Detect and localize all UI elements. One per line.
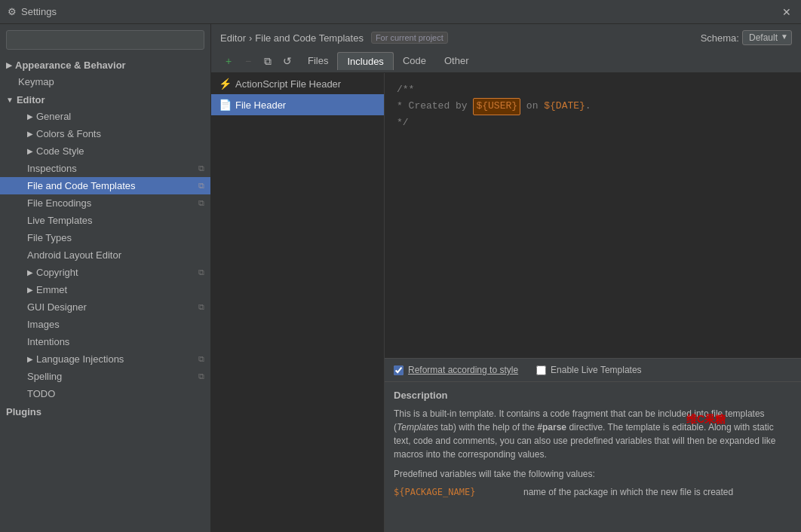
- reformat-label: Reformat according to style: [408, 365, 518, 375]
- search-box[interactable]: [6, 30, 204, 50]
- code-comment: .: [585, 100, 591, 112]
- copy-icon: ⧉: [198, 354, 204, 364]
- sidebar-item-file-types[interactable]: File Types: [0, 229, 210, 246]
- sidebar-item-label: Live Templates: [27, 215, 92, 226]
- sidebar-item-gui-designer[interactable]: GUI Designer ⧉: [0, 298, 210, 316]
- tabs: Files Includes Code Other: [299, 52, 477, 70]
- sidebar-item-label: Keymap: [18, 76, 54, 87]
- sidebar-item-label: Appearance & Behavior: [15, 60, 126, 71]
- copy-button[interactable]: ⧉: [259, 53, 276, 69]
- sidebar-item-general[interactable]: ▶ General: [0, 108, 210, 125]
- sidebar-item-keymap[interactable]: Keymap: [0, 73, 210, 90]
- tab-other[interactable]: Other: [435, 52, 478, 70]
- sidebar-item-label: GUI Designer: [27, 301, 87, 313]
- schema-label: Schema:: [701, 32, 739, 44]
- reformat-checkbox-label[interactable]: Reformat according to style: [394, 365, 518, 375]
- sidebar-item-label: Plugins: [6, 406, 41, 417]
- sidebar-item-intentions[interactable]: Intentions: [0, 333, 210, 350]
- schema-value: Default: [749, 32, 778, 43]
- sidebar-item-plugins[interactable]: Plugins: [0, 402, 210, 420]
- code-line-3: */: [397, 115, 789, 131]
- chevron-right-icon: ▶: [27, 130, 33, 138]
- tab-includes[interactable]: Includes: [337, 52, 393, 70]
- chevron-right-icon: ▶: [27, 355, 33, 363]
- window-title: Settings: [21, 6, 780, 17]
- copy-icon: ⧉: [198, 164, 204, 173]
- sidebar-item-label: File and Code Templates: [27, 180, 136, 191]
- var-name: ${PACKAGE_NAME}: [394, 487, 514, 497]
- sidebar-item-emmet[interactable]: ▶ Emmet: [0, 281, 210, 298]
- var-desc: name of the package in which the new fil…: [523, 487, 733, 497]
- code-editor: /** * Created by ${USER} on ${DATE}. */ …: [385, 73, 801, 532]
- copy-icon: ⧉: [198, 268, 204, 277]
- sidebar-item-label: Intentions: [27, 336, 69, 347]
- chevron-right-icon: ▶: [27, 112, 33, 121]
- panel-header: Editor › File and Code Templates For cur…: [211, 24, 801, 73]
- reformat-checkbox[interactable]: [394, 365, 404, 375]
- sidebar: ▶ Appearance & Behavior Keymap ▼ Editor …: [0, 24, 211, 532]
- sidebar-item-file-code-templates[interactable]: File and Code Templates ⧉: [0, 177, 210, 194]
- search-input[interactable]: [11, 35, 199, 45]
- add-button[interactable]: +: [220, 53, 237, 69]
- sidebar-item-label: TODO: [27, 388, 55, 399]
- sidebar-item-todo[interactable]: TODO: [0, 385, 210, 402]
- template-list: ⚡ ActionScript File Header 📄 File Header: [211, 73, 385, 532]
- description-title: Description: [394, 390, 792, 401]
- copy-icon: ⧉: [198, 371, 204, 381]
- breadcrumb: Editor › File and Code Templates For cur…: [220, 30, 792, 45]
- main-container: ▶ Appearance & Behavior Keymap ▼ Editor …: [0, 24, 801, 532]
- content-area: ⚡ ActionScript File Header 📄 File Header…: [211, 73, 801, 532]
- template-label: ActionScript File Header: [235, 78, 341, 90]
- tab-files[interactable]: Files: [299, 52, 337, 70]
- sidebar-item-spelling[interactable]: Spelling ⧉: [0, 368, 210, 385]
- template-item-file-header[interactable]: 📄 File Header: [211, 94, 384, 115]
- sidebar-item-inspections[interactable]: Inspections ⧉: [0, 160, 210, 177]
- sidebar-item-label: Editor: [17, 94, 45, 105]
- close-button[interactable]: ✕: [780, 5, 793, 19]
- sidebar-item-label: Language Injections: [36, 353, 124, 365]
- sidebar-item-images[interactable]: Images: [0, 316, 210, 333]
- sidebar-item-appearance[interactable]: ▶ Appearance & Behavior: [0, 56, 210, 73]
- sidebar-item-code-style[interactable]: ▶ Code Style: [0, 142, 210, 160]
- table-row: ${PACKAGE_NAME} name of the package in w…: [394, 487, 792, 497]
- project-tag: For current project: [371, 32, 448, 44]
- sidebar-item-copyright[interactable]: ▶ Copyright ⧉: [0, 264, 210, 281]
- sidebar-item-file-encodings[interactable]: File Encodings ⧉: [0, 194, 210, 212]
- reset-button[interactable]: ↺: [279, 53, 296, 69]
- description-area: Description This is a built-in template.…: [385, 381, 801, 532]
- description-paragraph-2: Predefined variables will take the follo…: [394, 467, 792, 481]
- schema-dropdown[interactable]: Default ▼: [742, 30, 792, 45]
- sidebar-item-editor[interactable]: ▼ Editor: [0, 90, 210, 108]
- sidebar-item-android-layout-editor[interactable]: Android Layout Editor: [0, 246, 210, 264]
- live-templates-checkbox[interactable]: [536, 365, 546, 375]
- sidebar-item-live-templates[interactable]: Live Templates: [0, 212, 210, 229]
- sidebar-item-label: General: [36, 111, 71, 122]
- sidebar-item-label: Code Style: [36, 145, 84, 157]
- template-item-actionscript[interactable]: ⚡ ActionScript File Header: [211, 73, 384, 94]
- remove-button[interactable]: −: [240, 53, 256, 69]
- tab-code[interactable]: Code: [394, 52, 435, 70]
- variable-table: ${PACKAGE_NAME} name of the package in w…: [394, 487, 792, 497]
- template-label: File Header: [235, 99, 286, 111]
- sidebar-item-colors-fonts[interactable]: ▶ Colors & Fonts: [0, 125, 210, 142]
- bottom-options: Reformat according to style Enable Live …: [385, 358, 801, 381]
- toolbar: + − ⧉ ↺: [220, 50, 296, 72]
- chevron-down-icon: ▼: [6, 96, 14, 104]
- variable-user: ${USER}: [473, 98, 520, 115]
- live-templates-checkbox-label[interactable]: Enable Live Templates: [536, 365, 642, 375]
- code-comment: on: [520, 100, 544, 112]
- sidebar-item-label: Images: [27, 319, 60, 330]
- code-comment: /**: [397, 84, 414, 95]
- sidebar-item-label: File Types: [27, 232, 72, 243]
- variable-date: ${DATE}: [544, 100, 585, 112]
- breadcrumb-current: File and Code Templates: [255, 32, 364, 44]
- code-comment: * Created by: [397, 100, 473, 112]
- breadcrumb-separator: ›: [249, 32, 252, 44]
- file-icon: 📄: [219, 99, 231, 111]
- copy-icon: ⧉: [198, 198, 204, 208]
- sidebar-item-language-injections[interactable]: ▶ Language Injections ⧉: [0, 350, 210, 368]
- description-paragraph-1: This is a built-in template. It contains…: [394, 407, 792, 461]
- title-bar: ⚙ Settings ✕: [0, 0, 801, 24]
- code-content[interactable]: /** * Created by ${USER} on ${DATE}. */: [385, 73, 801, 358]
- toolbar-row: + − ⧉ ↺ Files Includes Code Other: [220, 50, 792, 72]
